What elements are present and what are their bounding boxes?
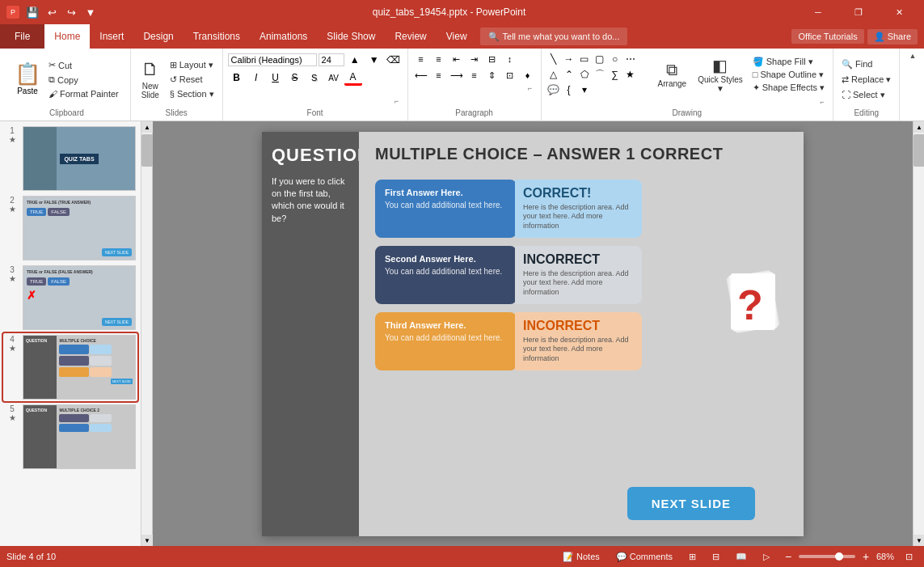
office-tutorials-button[interactable]: Office Tutorials <box>791 29 863 44</box>
answer-right-2[interactable]: INCORRECT Here is the description area. … <box>515 246 642 304</box>
reset-button[interactable]: ↺ Reset <box>167 73 217 87</box>
smartart-button[interactable]: ♦ <box>520 68 536 83</box>
slideshow-button[interactable]: ▷ <box>758 550 774 564</box>
cut-button[interactable]: ✂ Cut <box>45 58 122 72</box>
redo-button[interactable]: ↪ <box>63 4 79 20</box>
chevron-shape[interactable]: ⌃ <box>562 67 576 82</box>
font-expand-button[interactable]: ⌐ <box>391 95 403 107</box>
rounded-rect-shape[interactable]: ▢ <box>593 52 607 66</box>
justify-button[interactable]: ≡ <box>466 68 483 83</box>
undo-button[interactable]: ↩ <box>44 4 60 20</box>
slide-panel[interactable]: 1 ★ QUIZ TABS 2 ★ TRUE or FALSE (TRUE AN… <box>0 121 141 546</box>
numbered-button[interactable]: ≡ <box>431 52 447 66</box>
slide-img-1[interactable]: QUIZ TABS <box>23 126 136 191</box>
answer-left-1[interactable]: First Answer Here. You can add additiona… <box>375 180 517 238</box>
underline-button[interactable]: U <box>267 70 285 86</box>
customize-qa-button[interactable]: ▼ <box>82 4 99 20</box>
next-slide-button[interactable]: NEXT SLIDE <box>627 487 755 520</box>
clear-format-button[interactable]: ⌫ <box>385 52 403 68</box>
slide-sorter-button[interactable]: ⊟ <box>707 550 724 564</box>
collapse-ribbon-button[interactable]: ▲ <box>905 50 921 61</box>
line-spacing-button[interactable]: ↕ <box>502 52 518 66</box>
menu-file[interactable]: File <box>0 24 44 49</box>
tell-me-input[interactable]: 🔍 Tell me what you want to do... <box>480 28 628 45</box>
align-text-button[interactable]: ⊡ <box>502 68 518 83</box>
scroll-bar-left[interactable]: ▲ ▼ <box>141 121 153 546</box>
decrease-font-button[interactable]: ▼ <box>365 52 383 68</box>
share-button[interactable]: 👤 Share <box>867 29 918 44</box>
menu-insert[interactable]: Insert <box>90 24 133 49</box>
paragraph-expand-button[interactable]: ⌐ <box>525 83 536 94</box>
align-left-button[interactable]: ⟵ <box>413 68 429 83</box>
menu-transitions[interactable]: Transitions <box>184 24 250 49</box>
slide-img-5[interactable]: QUESTION MULTIPLE CHOICE 2 <box>23 404 136 469</box>
slide-thumbnail-5[interactable]: 5 ★ QUESTION MULTIPLE CHOICE 2 <box>3 403 137 471</box>
layout-button[interactable]: ⊞ Layout ▾ <box>167 58 217 72</box>
star-shape[interactable]: ★ <box>623 67 638 82</box>
increase-indent-button[interactable]: ⇥ <box>466 52 483 66</box>
bullets-button[interactable]: ≡ <box>413 52 429 66</box>
arrow-shape[interactable]: → <box>562 52 576 66</box>
brace-shape[interactable]: { <box>562 83 576 97</box>
drawing-expand-button[interactable]: ⌐ <box>816 97 828 107</box>
oval-shape[interactable]: ○ <box>608 52 622 66</box>
zoom-out-button[interactable]: − <box>781 549 795 564</box>
scroll-bar-right[interactable]: ▲ ▼ <box>913 121 924 546</box>
scroll-down-button[interactable]: ▼ <box>141 535 153 546</box>
slide-img-3[interactable]: TRUE or FALSE (FALSE ANSWER) TRUE FALSE … <box>23 265 136 330</box>
menu-slideshow[interactable]: Slide Show <box>317 24 385 49</box>
scroll-up-right-button[interactable]: ▲ <box>913 121 924 133</box>
menu-review[interactable]: Review <box>385 24 436 49</box>
notes-button[interactable]: 📝 Notes <box>558 550 605 564</box>
slide-thumbnail-4[interactable]: 4 ★ QUESTION MULTIPLE CHOICE <box>3 333 137 401</box>
reading-view-button[interactable]: 📖 <box>731 550 752 564</box>
copy-button[interactable]: ⧉ Copy <box>45 73 122 87</box>
replace-button[interactable]: ⇄ Replace ▾ <box>838 73 894 87</box>
strikethrough-button[interactable]: S <box>286 70 304 86</box>
restore-button[interactable]: ❐ <box>840 0 877 24</box>
comments-button[interactable]: 💬 Comments <box>611 550 677 564</box>
scroll-thumb-v[interactable] <box>141 134 153 167</box>
text-direction-button[interactable]: ⇕ <box>484 68 500 83</box>
format-painter-button[interactable]: 🖌 Format Painter <box>45 87 122 100</box>
new-slide-button[interactable]: 🗋 New Slide <box>136 56 165 103</box>
align-center-button[interactable]: ≡ <box>431 68 447 83</box>
shape-effects-button[interactable]: ✦ Shape Effects ▾ <box>749 82 828 94</box>
slide-img-4[interactable]: QUESTION MULTIPLE CHOICE <box>23 335 136 400</box>
italic-button[interactable]: I <box>247 70 265 86</box>
select-button[interactable]: ⛶ Select ▾ <box>838 88 894 102</box>
shapes-dropdown[interactable]: ▾ <box>577 83 592 97</box>
zoom-slider[interactable] <box>799 555 855 558</box>
menu-animations[interactable]: Animations <box>250 24 317 49</box>
increase-font-button[interactable]: ▲ <box>346 52 364 68</box>
menu-design[interactable]: Design <box>133 24 183 49</box>
close-button[interactable]: ✕ <box>880 0 918 24</box>
more-shapes[interactable]: ⋯ <box>623 52 638 66</box>
fit-slide-button[interactable]: ⊡ <box>901 550 918 564</box>
canvas-area[interactable]: ▲ ▼ QUESTION If you were to click on the… <box>141 121 924 546</box>
minimize-button[interactable]: ─ <box>800 0 837 24</box>
find-button[interactable]: 🔍 Find <box>838 57 894 71</box>
slide-thumbnail-2[interactable]: 2 ★ TRUE or FALSE (TRUE ANSWER) TRUE FAL… <box>3 194 137 262</box>
scroll-down-right-button[interactable]: ▼ <box>913 535 924 546</box>
menu-home[interactable]: Home <box>44 24 90 49</box>
font-size-combo[interactable] <box>319 53 344 66</box>
triangle-shape[interactable]: △ <box>546 67 561 82</box>
callout-shape[interactable]: 💬 <box>546 83 561 97</box>
connector-shape[interactable]: ⌒ <box>593 67 607 82</box>
scroll-up-button[interactable]: ▲ <box>141 121 153 133</box>
normal-view-button[interactable]: ⊞ <box>684 550 701 564</box>
columns-button[interactable]: ⊟ <box>484 52 500 66</box>
equation-shape[interactable]: ∑ <box>608 67 622 82</box>
shape-fill-button[interactable]: 🪣 Shape Fill ▾ <box>749 56 828 68</box>
rect-shape[interactable]: ▭ <box>577 52 592 66</box>
zoom-in-button[interactable]: + <box>859 549 873 564</box>
char-spacing-button[interactable]: AV <box>325 70 343 86</box>
answer-left-3[interactable]: Third Answer Here. You can add additiona… <box>375 312 517 370</box>
line-shape[interactable]: ╲ <box>546 52 561 66</box>
shadow-button[interactable]: S <box>306 70 323 86</box>
answer-right-3[interactable]: INCORRECT Here is the description area. … <box>515 312 642 370</box>
slide-thumbnail-1[interactable]: 1 ★ QUIZ TABS <box>3 125 137 193</box>
paste-button[interactable]: 📋 Paste <box>11 58 44 100</box>
answer-right-1[interactable]: CORRECT! Here is the description area. A… <box>515 180 642 238</box>
